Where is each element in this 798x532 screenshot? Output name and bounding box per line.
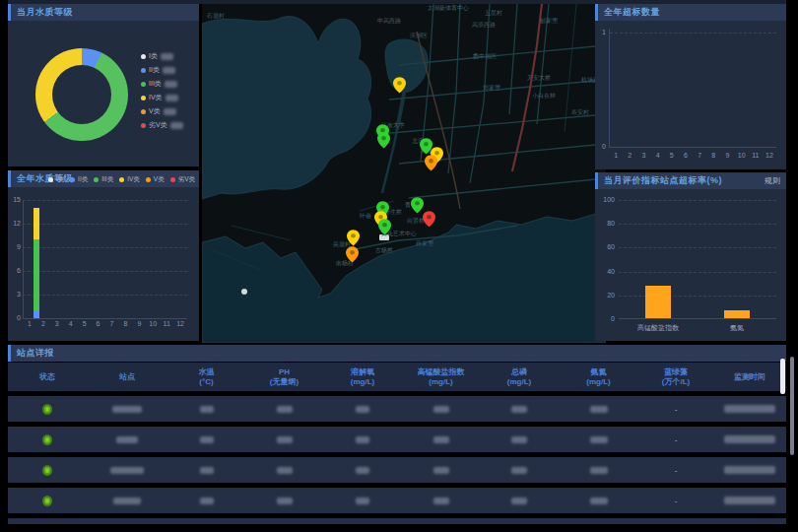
legend-item[interactable]: I类 <box>48 175 64 184</box>
table-row[interactable]: - <box>8 396 786 422</box>
legend-label: II类 <box>149 65 160 75</box>
table-row[interactable]: - <box>8 427 786 452</box>
legend-item[interactable]: IV类 <box>119 175 140 184</box>
legend-item[interactable]: III类 <box>141 79 183 89</box>
rule-link[interactable]: 规则 <box>765 175 780 186</box>
map-place-label: 蠡中地区 <box>473 52 497 61</box>
year-exceed-chart[interactable] <box>609 29 776 148</box>
legend-item[interactable]: V类 <box>141 106 183 116</box>
ye-ytick-1: 1 <box>595 29 606 35</box>
table-row[interactable]: - <box>8 518 786 524</box>
redacted-value <box>200 406 214 413</box>
page-scrollbar[interactable] <box>790 357 794 455</box>
legend-dot-icon <box>170 177 175 182</box>
panel-title: 当月评价指标站点超标率(%) <box>604 174 722 187</box>
redacted-value <box>590 406 608 413</box>
value-cell <box>245 436 323 443</box>
value-cell <box>245 467 323 474</box>
column-header: 站点 <box>87 372 167 382</box>
redacted-value <box>511 467 527 474</box>
value-cell <box>559 498 638 504</box>
rate-bar-label: 氨氮 <box>730 323 744 333</box>
legend-dot-icon <box>141 54 146 59</box>
legend-dot-icon <box>119 177 124 182</box>
redacted-value <box>161 53 173 60</box>
station-pin-icon-orange[interactable] <box>425 155 437 171</box>
redacted-value <box>200 498 214 504</box>
station-pin-icon-orange[interactable] <box>346 246 359 263</box>
station-pin-icon-yellow[interactable] <box>347 230 360 246</box>
legend-item[interactable]: I类 <box>141 51 183 61</box>
redacted-value <box>356 467 369 474</box>
rate-bar-label: 高锰酸盐指数 <box>637 323 679 333</box>
panel-year-grade: 全年水质等级 I类II类III类IV类V类劣V类 03691215 123456… <box>8 170 199 341</box>
redacted-value <box>166 95 178 101</box>
map-place-label: 郁家里 <box>540 17 558 26</box>
legend-label: IV类 <box>127 175 140 184</box>
rate-bar[interactable] <box>724 310 750 318</box>
panel-month-rate: 当月评价指标站点超标率(%) 规则 020406080100 高锰酸盐指数氨氮 <box>595 172 786 341</box>
legend-dot-icon <box>141 68 146 73</box>
status-cell <box>8 496 87 506</box>
status-cell <box>8 404 87 415</box>
legend-item[interactable]: IV类 <box>141 93 183 102</box>
redacted-value <box>165 81 177 88</box>
value-cell <box>559 406 638 413</box>
legend-label: V类 <box>154 175 165 184</box>
redacted-value <box>110 467 144 474</box>
legend-item[interactable]: II类 <box>70 175 88 184</box>
status-cell <box>8 434 87 445</box>
redacted-value <box>724 435 775 443</box>
year-grade-x-axis: 123456789101112 <box>23 320 187 327</box>
table-scrollbar[interactable] <box>780 359 785 394</box>
legend-label: III类 <box>149 79 162 89</box>
station-pin-icon-green[interactable] <box>377 132 390 149</box>
legend-item[interactable]: V类 <box>146 175 165 184</box>
stacked-bar-segment[interactable] <box>33 310 39 318</box>
time-cell <box>713 466 786 474</box>
legend-dot-icon <box>141 96 146 100</box>
redacted-value <box>200 436 214 443</box>
station-map[interactable]: 石塘村太湖新体育中心中高西路滨湖区高浪西路五星村郁家里蠡中地区天安大桥机场路郑家… <box>202 4 606 343</box>
map-place-label: 古杨桥 <box>375 246 393 255</box>
month-rate-chart[interactable]: 020406080100 <box>619 200 776 319</box>
rate-bar[interactable] <box>645 286 671 318</box>
redacted-value <box>113 498 141 504</box>
map-place-label: 叶巷 <box>360 212 371 221</box>
panel-year-exceed: 全年超标数量 1 0 123456789101112 <box>595 4 786 169</box>
station-pin-icon-red[interactable] <box>423 211 435 228</box>
stacked-bar-segment[interactable] <box>33 239 39 310</box>
legend-item[interactable]: III类 <box>94 175 113 184</box>
time-cell <box>713 405 786 413</box>
station-name-cell <box>87 467 167 474</box>
redacted-value <box>277 498 293 504</box>
legend-item[interactable]: 劣V类 <box>170 175 195 184</box>
redacted-value <box>277 467 293 474</box>
value-cell <box>167 467 245 474</box>
year-exceed-x-axis: 123456789101112 <box>609 152 776 159</box>
redacted-value <box>163 67 175 74</box>
table-row[interactable]: - <box>8 488 786 513</box>
table-body: ----- <box>8 396 786 524</box>
panel-month-grade: 当月水质等级 I类II类III类IV类V类劣V类 <box>8 4 199 166</box>
redacted-value <box>433 406 449 413</box>
redacted-value <box>433 498 449 504</box>
legend-dot-icon <box>48 177 53 182</box>
redacted-value <box>590 436 608 443</box>
table-row[interactable]: - <box>8 457 786 483</box>
panel-month-grade-header: 当月水质等级 <box>8 4 199 21</box>
legend-item[interactable]: 劣V类 <box>141 120 183 130</box>
redacted-value <box>356 498 369 504</box>
legend-label: II类 <box>78 175 88 184</box>
time-cell <box>713 435 786 443</box>
station-pin-icon-yellow[interactable] <box>393 77 406 94</box>
station-pin-icon-green[interactable] <box>378 219 391 235</box>
stacked-bar-segment[interactable] <box>33 208 39 239</box>
donut-hole <box>52 65 111 124</box>
year-grade-chart[interactable]: 03691215 <box>23 200 187 318</box>
panel-station-table: 站点详报 状态站点水温(°C)PH(无量纲)溶解氧(mg/L)高锰酸盐指数(mg… <box>8 345 786 524</box>
legend-item[interactable]: II类 <box>141 65 183 75</box>
value-cell <box>323 436 402 443</box>
legend-label: III类 <box>101 175 113 184</box>
value-cell <box>167 406 245 413</box>
